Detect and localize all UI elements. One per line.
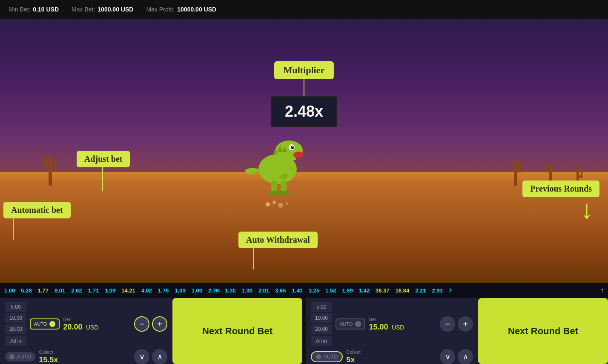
adjust-bet-label: Adjust bet — [77, 151, 130, 167]
quick-bet-20-left[interactable]: 20.00 — [5, 324, 26, 334]
round-number[interactable]: 2.70 — [208, 287, 219, 294]
round-number[interactable]: 5.28 — [21, 287, 32, 294]
collect-value-right: 5x — [346, 355, 436, 364]
adjust-bet-line — [102, 167, 103, 191]
quick-bet-20-right[interactable]: 20.00 — [311, 324, 332, 334]
quick-bet-allin-left[interactable]: All in — [5, 336, 26, 346]
round-number[interactable]: 2.21 — [415, 287, 426, 294]
auto-collect-toggle-left[interactable]: AUTO — [5, 352, 35, 361]
round-number[interactable]: 2.01 — [258, 287, 269, 294]
round-number[interactable]: 4.02 — [141, 287, 152, 294]
round-number[interactable]: 1.03 — [192, 287, 202, 294]
bet-panel-right: 5.00 10.00 20.00 All in AUTO Bet 15.00 U… — [306, 298, 478, 364]
max-profit-label: Max Profit: — [146, 6, 175, 13]
svg-rect-4 — [54, 160, 56, 171]
quick-bet-left: 5.00 10.00 20.00 All in — [5, 302, 26, 346]
multiplier-line — [304, 79, 304, 96]
bet-increase-right[interactable]: + — [458, 316, 473, 332]
round-number[interactable]: 1.77 — [38, 287, 49, 294]
bet-currency-left: USD — [86, 324, 99, 331]
next-round-btn-right[interactable]: Next Round Bet — [478, 298, 608, 364]
svg-point-30 — [272, 201, 276, 204]
quick-bet-10-right[interactable]: 10.00 — [311, 313, 332, 323]
round-number[interactable]: 1.30 — [225, 287, 235, 294]
bet-decrease-right[interactable]: − — [440, 316, 455, 332]
round-number[interactable]: 16.84 — [396, 287, 410, 294]
round-number[interactable]: 1.25 — [309, 287, 319, 294]
collect-label-right: Collect — [346, 350, 436, 355]
bet-amount-value-left: 20.00 — [63, 323, 82, 331]
round-number[interactable]: 2.62 — [71, 287, 82, 294]
dinosaur — [241, 129, 318, 198]
bet-label-right: Bet — [369, 317, 436, 322]
auto-bet-line — [13, 218, 14, 240]
next-round-btn-left[interactable]: Next Round Bet — [172, 298, 302, 364]
auto-collect-label-right: AUTO — [324, 354, 338, 360]
collect-increase-right[interactable]: ∧ — [458, 349, 473, 364]
round-number[interactable]: 1.71 — [88, 287, 99, 294]
round-number[interactable]: 1.00 — [4, 287, 15, 294]
quick-bet-10-left[interactable]: 10.00 — [5, 313, 26, 323]
rounds-numbers: 1.005.281.778.012.621.711.0914.214.021.7… — [4, 287, 452, 294]
round-number[interactable]: 38.37 — [376, 287, 390, 294]
collect-stepper-left: ∨ ∧ — [134, 349, 167, 364]
scroll-up-button[interactable]: ↑ — [600, 287, 604, 294]
round-number[interactable]: 8.01 — [54, 287, 65, 294]
round-number[interactable]: 1.75 — [158, 287, 169, 294]
dino-svg — [241, 129, 318, 197]
bet-panel-left-top: 5.00 10.00 20.00 All in AUTO Bet 20.00 U… — [5, 302, 167, 346]
bet-decrease-left[interactable]: − — [134, 316, 149, 332]
round-number[interactable]: 1.43 — [292, 287, 303, 294]
svg-point-27 — [269, 191, 279, 196]
bet-stepper-left: − + — [134, 316, 167, 332]
prev-rounds-label: Previous Rounds — [522, 181, 599, 197]
multiplier-value: 2.48x — [271, 96, 337, 127]
round-number[interactable]: 1.89 — [342, 287, 353, 294]
quick-bet-allin-right[interactable]: All in — [311, 336, 332, 346]
collect-increase-left[interactable]: ∧ — [152, 349, 167, 364]
quick-bet-5-left[interactable]: 5.00 — [5, 302, 26, 312]
round-number[interactable]: 1.00 — [175, 287, 185, 294]
round-number[interactable]: 2.93 — [432, 287, 443, 294]
round-number[interactable]: 1.30 — [242, 287, 252, 294]
round-number[interactable]: 3.65 — [275, 287, 286, 294]
prev-rounds-arrow: ↓ — [580, 197, 593, 223]
min-bet: Min Bet: 0.10 USD — [9, 6, 59, 13]
round-number[interactable]: 1.42 — [359, 287, 370, 294]
auto-collect-dot-right — [316, 354, 321, 359]
round-number[interactable]: 7 — [449, 287, 452, 294]
bet-label-left: Bet — [63, 317, 131, 322]
auto-label-right: AUTO — [340, 321, 353, 327]
collect-right: Collect 5x — [346, 350, 436, 364]
top-bar: Min Bet: 0.10 USD Max Bet: 1000.00 USD M… — [0, 0, 608, 19]
svg-rect-13 — [581, 170, 582, 178]
round-number[interactable]: 1.52 — [325, 287, 336, 294]
auto-collect-label-left: AUTO — [17, 354, 31, 360]
auto-toggle-left[interactable]: AUTO — [30, 318, 60, 330]
collect-label-left: Collect — [39, 350, 131, 355]
dust-particles — [261, 196, 295, 209]
bet-amount-display-left: 20.00 USD — [63, 323, 131, 332]
panel-divider — [302, 298, 306, 364]
min-bet-label: Min Bet: — [9, 6, 30, 13]
prev-rounds-tooltip-container: Previous Rounds ↓ — [522, 181, 599, 223]
collect-decrease-right[interactable]: ∨ — [440, 349, 455, 364]
max-profit-value: 10000.00 USD — [177, 6, 216, 13]
bet-increase-left[interactable]: + — [152, 316, 167, 332]
auto-collect-dot-left — [9, 354, 14, 359]
bet-amount-right: Bet 15.00 USD — [369, 317, 436, 332]
bet-amount-left: Bet 20.00 USD — [63, 317, 131, 332]
svg-point-31 — [278, 203, 283, 208]
collect-left: Collect 15.5x — [39, 350, 131, 364]
round-number[interactable]: 14.21 — [121, 287, 135, 294]
auto-bet-tooltip-container: Automatic bet — [3, 202, 71, 240]
min-bet-value: 0.10 USD — [33, 6, 59, 13]
auto-toggle-right[interactable]: AUTO — [336, 318, 365, 330]
round-number[interactable]: 1.09 — [105, 287, 115, 294]
bet-panel-right-top: 5.00 10.00 20.00 All in AUTO Bet 15.00 U… — [311, 302, 473, 346]
quick-bet-5-right[interactable]: 5.00 — [311, 302, 332, 312]
auto-collect-toggle-right[interactable]: AUTO — [311, 351, 343, 362]
svg-rect-2 — [44, 156, 47, 167]
bottom-panels: 5.00 10.00 20.00 All in AUTO Bet 20.00 U… — [0, 298, 608, 364]
collect-decrease-left[interactable]: ∨ — [134, 349, 149, 364]
